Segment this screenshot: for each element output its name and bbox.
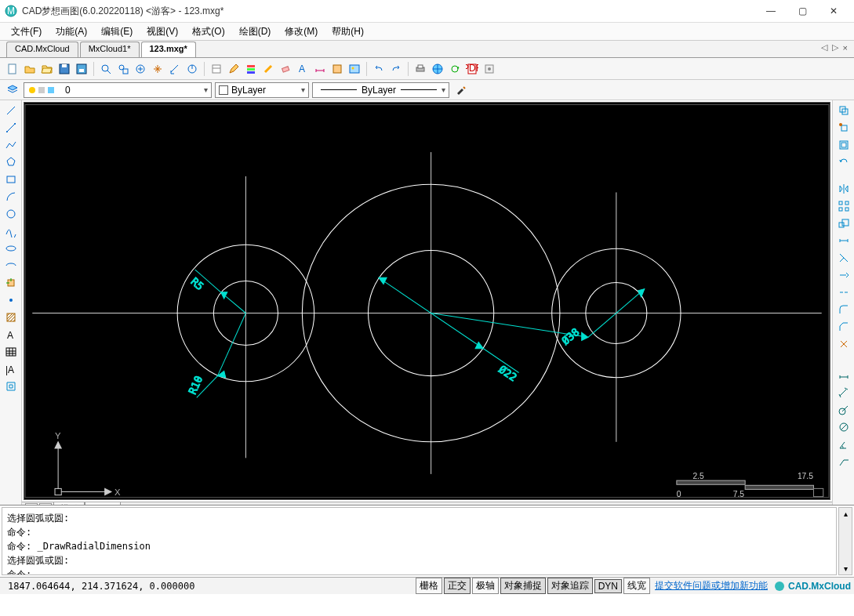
stretch-icon[interactable] xyxy=(836,234,852,248)
feedback-link[interactable]: 提交软件问题或增加新功能 xyxy=(655,579,768,592)
xline-icon[interactable] xyxy=(3,121,19,135)
rotate-icon[interactable] xyxy=(836,155,852,169)
leader-icon[interactable] xyxy=(836,455,852,469)
zoom-window-icon[interactable] xyxy=(115,61,131,77)
text-icon[interactable]: A xyxy=(3,328,19,342)
eraser-icon[interactable] xyxy=(278,61,293,77)
mtext-icon[interactable]: |A xyxy=(3,362,19,376)
color-combo[interactable]: ByLayer ▾ xyxy=(215,82,309,98)
block-icon[interactable] xyxy=(329,61,345,77)
line-icon[interactable] xyxy=(3,103,19,118)
table-icon[interactable] xyxy=(3,345,19,359)
dim-linear-icon[interactable] xyxy=(836,368,852,382)
tab-nav-right-icon[interactable]: ▷ xyxy=(830,42,840,53)
open-folder-icon[interactable] xyxy=(39,61,55,77)
measure-icon[interactable] xyxy=(167,61,183,77)
brand-label[interactable]: CAD.MxCloud xyxy=(774,581,851,592)
break-icon[interactable] xyxy=(836,285,852,299)
ruler-icon[interactable] xyxy=(184,61,200,77)
layer-combo[interactable]: 0 ▾ xyxy=(24,82,212,98)
insert-block-icon[interactable] xyxy=(3,276,19,290)
dim-aligned-icon[interactable] xyxy=(836,386,852,400)
polyline-icon[interactable] xyxy=(3,138,19,152)
print-icon[interactable] xyxy=(412,61,428,77)
redo-icon[interactable] xyxy=(388,61,404,77)
highlight-icon[interactable] xyxy=(260,61,276,77)
menu-modify[interactable]: 修改(M) xyxy=(278,24,324,40)
command-history[interactable]: 选择圆弧或圆: 命令: 命令: _DrawRadialDimension 选择圆… xyxy=(2,507,837,575)
zoom-icon[interactable] xyxy=(98,61,114,77)
extend-icon[interactable] xyxy=(836,268,852,282)
toggle-ortho[interactable]: 正交 xyxy=(444,578,471,594)
save-icon[interactable] xyxy=(56,61,72,77)
linetype-combo[interactable]: ByLayer ▾ xyxy=(312,82,449,98)
circle-icon[interactable] xyxy=(3,207,19,221)
hatch-icon[interactable] xyxy=(3,310,19,324)
scroll-down-icon[interactable]: ▾ xyxy=(844,563,848,574)
mirror-icon[interactable] xyxy=(836,182,852,196)
open-file-icon[interactable] xyxy=(22,61,38,77)
spline-icon[interactable] xyxy=(3,224,19,238)
move-icon[interactable] xyxy=(836,121,852,135)
tab-nav-left-icon[interactable]: ◁ xyxy=(819,42,829,53)
ellipse-arc-icon[interactable] xyxy=(3,259,19,273)
menu-help[interactable]: 帮助(H) xyxy=(325,24,370,40)
text-style-icon[interactable]: A xyxy=(295,61,311,77)
copy-icon[interactable] xyxy=(836,103,852,118)
toggle-osnap[interactable]: 对象捕捉 xyxy=(500,578,546,594)
minimize-button[interactable]: — xyxy=(755,1,787,21)
toggle-grid[interactable]: 栅格 xyxy=(416,578,442,594)
scroll-up-icon[interactable]: ▴ xyxy=(844,508,848,520)
close-button[interactable]: ✕ xyxy=(818,1,849,21)
toggle-lwt[interactable]: 线宽 xyxy=(623,578,650,594)
region-icon[interactable] xyxy=(3,379,19,393)
pencil-icon[interactable] xyxy=(226,61,242,77)
menu-draw[interactable]: 绘图(D) xyxy=(233,24,278,40)
dim-radius-icon[interactable] xyxy=(836,403,852,417)
tab-close-icon[interactable]: × xyxy=(841,43,849,53)
drawing-canvas[interactable]: R5 R10 Ø22 Ø38 xyxy=(24,102,830,500)
menu-function[interactable]: 功能(A) xyxy=(49,24,93,40)
fillet-icon[interactable] xyxy=(836,303,852,317)
doc-tab[interactable]: CAD.MxCloud xyxy=(6,42,78,57)
dim-diameter-icon[interactable] xyxy=(836,420,852,434)
array-icon[interactable] xyxy=(836,199,852,213)
doc-tab[interactable]: MxCloud1* xyxy=(80,42,140,57)
brush-icon[interactable] xyxy=(452,82,468,98)
globe-icon[interactable] xyxy=(430,61,445,77)
menu-format[interactable]: 格式(O) xyxy=(186,24,231,40)
dim-style-icon[interactable] xyxy=(312,61,328,77)
command-scrollbar[interactable]: ▴ ▾ xyxy=(838,507,852,575)
rectangle-icon[interactable] xyxy=(3,172,19,187)
settings-icon[interactable] xyxy=(482,61,497,77)
scale-icon[interactable] xyxy=(836,216,852,230)
layer-manager-icon[interactable] xyxy=(5,82,20,98)
arc-icon[interactable] xyxy=(3,190,19,204)
chamfer-icon[interactable] xyxy=(836,320,852,334)
trim-icon[interactable] xyxy=(836,251,852,265)
menu-view[interactable]: 视图(V) xyxy=(140,24,184,40)
doc-tab-active[interactable]: 123.mxg* xyxy=(141,42,196,57)
point-icon[interactable] xyxy=(3,293,19,307)
refresh-icon[interactable] xyxy=(447,61,463,77)
new-file-icon[interactable] xyxy=(5,61,20,77)
pdf-icon[interactable]: PDF xyxy=(464,61,480,77)
toggle-otrack[interactable]: 对象追踪 xyxy=(547,578,593,594)
undo-icon[interactable] xyxy=(371,61,387,77)
menu-file[interactable]: 文件(F) xyxy=(5,24,48,40)
pan-icon[interactable] xyxy=(150,61,165,77)
explode-icon[interactable] xyxy=(836,337,852,351)
zoom-extents-icon[interactable] xyxy=(133,61,148,77)
dim-angular-icon[interactable] xyxy=(836,437,852,451)
maximize-button[interactable]: ▢ xyxy=(787,1,818,21)
toggle-dyn[interactable]: DYN xyxy=(594,579,622,593)
offset-icon[interactable] xyxy=(836,138,852,152)
ellipse-icon[interactable] xyxy=(3,241,19,255)
menu-edit[interactable]: 编辑(E) xyxy=(95,24,139,40)
save-as-icon[interactable] xyxy=(74,61,89,77)
polygon-icon[interactable] xyxy=(3,155,19,169)
properties-icon[interactable] xyxy=(209,61,224,77)
toggle-polar[interactable]: 极轴 xyxy=(472,578,499,594)
layers-icon[interactable] xyxy=(243,61,259,77)
image-icon[interactable] xyxy=(347,61,362,77)
